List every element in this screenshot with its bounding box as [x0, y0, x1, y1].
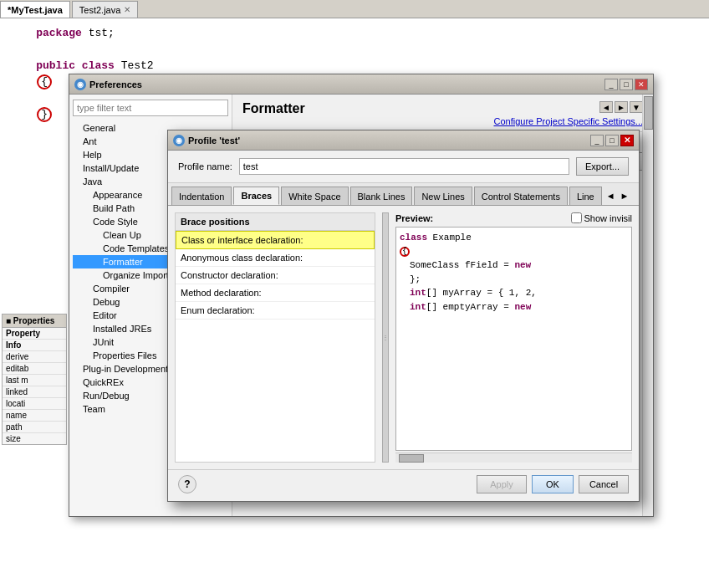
prop-lastm: last m — [3, 375, 66, 386]
export-button[interactable]: Export... — [576, 157, 629, 176]
profile-name-label: Profile name: — [178, 161, 232, 171]
profile-name-input[interactable] — [239, 158, 569, 175]
scrollbar-h-thumb[interactable] — [399, 454, 424, 463]
properties-title: ■ Properties — [3, 314, 66, 328]
nav-arrows: ◄ ► ▼ — [599, 101, 643, 113]
profile-footer-buttons: Apply OK Cancel — [477, 475, 629, 493]
profile-body: Brace positions Class or interface decla… — [168, 206, 639, 469]
profile-maximize-button[interactable]: □ — [605, 135, 619, 146]
profile-icon: ◉ — [173, 135, 185, 146]
cancel-button[interactable]: Cancel — [579, 475, 629, 493]
show-invisible-label: Show invisil — [584, 213, 632, 223]
tab-line[interactable]: Line — [569, 187, 602, 205]
prop-path: path — [3, 422, 66, 433]
preview-scrollbar-horizontal[interactable] — [395, 453, 632, 463]
scrollbar-thumb[interactable] — [644, 96, 653, 130]
preferences-title-text: Preferences — [89, 79, 142, 89]
prop-derive: derive — [3, 351, 66, 363]
preferences-close-button[interactable]: ✕ — [635, 79, 648, 90]
apply-button[interactable]: Apply — [477, 475, 527, 493]
ok-button[interactable]: OK — [532, 475, 574, 493]
profile-name-row: Profile name: Export... — [168, 151, 639, 183]
brace-item-constructor[interactable]: Constructor declaration: — [176, 267, 375, 284]
profile-footer: ? Apply OK Cancel — [168, 469, 639, 499]
tab-left-arrow[interactable]: ◄ — [604, 187, 618, 205]
filter-input[interactable] — [73, 100, 228, 116]
brace-item-anonymous[interactable]: Anonymous class declaration: — [176, 249, 375, 267]
show-invisible-checkbox[interactable] — [571, 212, 582, 223]
profile-title-buttons: _ □ ✕ — [590, 135, 634, 146]
brace-item-enum[interactable]: Enum declaration: — [176, 302, 375, 320]
brace-item-enum-label: Enum declaration: — [181, 305, 255, 315]
prop-size: size — [3, 433, 66, 444]
dropdown-arrow[interactable]: ▼ — [630, 101, 643, 113]
prop-name: name — [3, 410, 66, 422]
close-brace-circle: } — [37, 107, 52, 122]
tab-indentation[interactable]: Indentation — [171, 187, 232, 205]
editor-line-1: package tst; — [10, 25, 699, 42]
formatter-title: Formatter — [242, 101, 305, 120]
preferences-title-left: ◉ Preferences — [74, 79, 142, 90]
brace-positions-header: Brace positions — [176, 213, 375, 231]
brace-positions-panel: Brace positions Class or interface decla… — [175, 212, 375, 463]
close-icon[interactable]: ✕ — [124, 5, 130, 14]
preview-panel: Preview: Show invisil class Example { So… — [395, 212, 632, 463]
profile-close-button[interactable]: ✕ — [620, 135, 634, 146]
preferences-maximize-button[interactable]: □ — [620, 79, 633, 90]
tab-white-space[interactable]: White Space — [281, 187, 348, 205]
brace-item-class-label: Class or interface declaration: — [181, 235, 303, 245]
profile-dialog: ◉ Profile 'test' _ □ ✕ Profile name: Exp… — [167, 130, 640, 502]
show-invisible-row: Show invisil — [571, 212, 632, 223]
back-arrow[interactable]: ◄ — [599, 101, 613, 113]
preferences-titlebar: ◉ Preferences _ □ ✕ — [69, 74, 653, 95]
tab-mytestjava-label: *MyTest.java — [8, 5, 63, 15]
preview-header: Preview: Show invisil — [395, 212, 632, 223]
tab-test2java-label: Test2.java — [79, 5, 121, 15]
brace-item-constructor-label: Constructor declaration: — [181, 270, 278, 280]
prop-linked: linked — [3, 386, 66, 398]
open-brace-circle: { — [37, 74, 52, 89]
tab-braces[interactable]: Braces — [233, 187, 279, 205]
tab-control-statements[interactable]: Control Statements — [474, 187, 568, 205]
prop-locati: locati — [3, 398, 66, 410]
preferences-minimize-button[interactable]: _ — [604, 79, 618, 90]
brace-item-class[interactable]: Class or interface declaration: — [176, 231, 375, 249]
preferences-title-buttons: _ □ ✕ — [604, 79, 648, 90]
prop-editab: editab — [3, 363, 66, 375]
profile-title-left: ◉ Profile 'test' — [173, 135, 240, 146]
forward-arrow[interactable]: ► — [615, 101, 628, 113]
tab-right-arrow[interactable]: ► — [618, 187, 632, 205]
tab-new-lines[interactable]: New Lines — [414, 187, 472, 205]
help-button[interactable]: ? — [178, 475, 196, 493]
editor-line-3: public class Test2 — [10, 58, 699, 74]
vertical-splitter[interactable]: ⋮ — [382, 212, 389, 463]
preferences-scrollbar[interactable] — [642, 95, 653, 516]
profile-title-text: Profile 'test' — [188, 135, 240, 146]
brace-item-anonymous-label: Anonymous class declaration: — [181, 253, 303, 263]
profile-minimize-button[interactable]: _ — [590, 135, 604, 146]
brace-item-method-label: Method declaration: — [181, 288, 262, 298]
profile-tabs: Indentation Braces White Space Blank Lin… — [168, 183, 639, 206]
property-header: Property — [3, 328, 66, 340]
preferences-icon: ◉ — [74, 79, 86, 90]
properties-panel: ■ Properties Property Info derive editab… — [2, 314, 67, 445]
tab-test2java[interactable]: Test2.java ✕ — [72, 1, 139, 18]
info-header: Info — [3, 340, 66, 351]
preview-code-box: class Example { SomeClass fField = new }… — [395, 227, 632, 451]
profile-titlebar: ◉ Profile 'test' _ □ ✕ — [168, 130, 639, 151]
preview-title: Preview: — [395, 213, 433, 223]
tab-bar: *MyTest.java Test2.java ✕ — [0, 0, 709, 18]
brace-item-method[interactable]: Method declaration: — [176, 284, 375, 302]
editor-line-2 — [10, 42, 699, 59]
configure-link[interactable]: Configure Project Specific Settings... — [493, 116, 643, 126]
tab-blank-lines[interactable]: Blank Lines — [350, 187, 413, 205]
tab-mytestjava[interactable]: *MyTest.java — [0, 1, 70, 18]
